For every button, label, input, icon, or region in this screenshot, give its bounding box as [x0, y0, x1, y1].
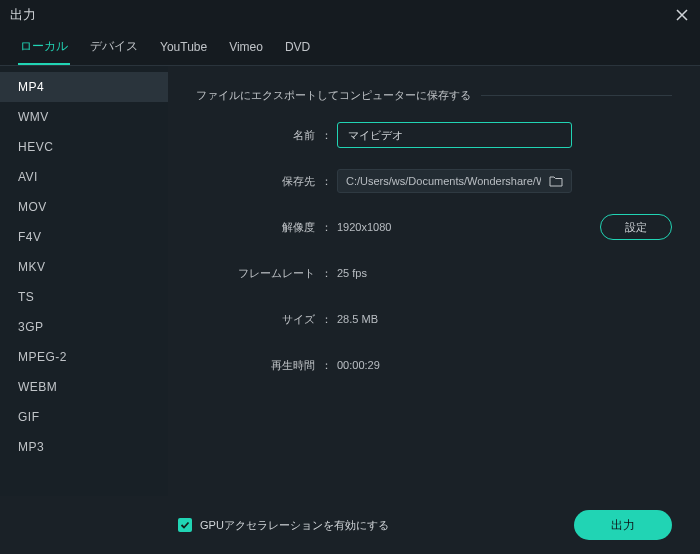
saveto-field[interactable]: C:/Users/ws/Documents/Wondershare/Wo: [337, 169, 572, 193]
tab-vimeo[interactable]: Vimeo: [227, 32, 265, 64]
window-title: 出力: [10, 6, 674, 24]
tab-dvd[interactable]: DVD: [283, 32, 312, 64]
resolution-value: 1920x1080: [337, 221, 391, 233]
name-input[interactable]: [337, 122, 572, 148]
format-mp3[interactable]: MP3: [0, 432, 168, 462]
format-ts[interactable]: TS: [0, 282, 168, 312]
close-icon[interactable]: [674, 7, 690, 23]
saveto-path: C:/Users/ws/Documents/Wondershare/Wo: [346, 175, 541, 187]
bottom-bar: GPUアクセラレーションを有効にする 出力: [0, 496, 700, 554]
settings-button[interactable]: 設定: [600, 214, 672, 240]
tabs: ローカル デバイス YouTube Vimeo DVD: [0, 30, 700, 66]
section-heading-row: ファイルにエクスポートしてコンピューターに保存する: [196, 88, 672, 103]
checkbox-icon: [178, 518, 192, 532]
resolution-label: 解像度: [196, 220, 321, 235]
titlebar: 出力: [0, 0, 700, 30]
tab-local[interactable]: ローカル: [18, 30, 70, 65]
main-panel: ファイルにエクスポートしてコンピューターに保存する 名前 ： 保存先 ： C:/…: [168, 66, 700, 496]
name-label: 名前: [196, 128, 321, 143]
format-mov[interactable]: MOV: [0, 192, 168, 222]
format-gif[interactable]: GIF: [0, 402, 168, 432]
framerate-label: フレームレート: [196, 266, 321, 281]
format-avi[interactable]: AVI: [0, 162, 168, 192]
duration-value: 00:00:29: [337, 359, 380, 371]
format-wmv[interactable]: WMV: [0, 102, 168, 132]
tab-youtube[interactable]: YouTube: [158, 32, 209, 64]
format-mp4[interactable]: MP4: [0, 72, 168, 102]
duration-label: 再生時間: [196, 358, 321, 373]
gpu-accel-checkbox[interactable]: GPUアクセラレーションを有効にする: [178, 518, 389, 533]
export-dialog: 出力 ローカル デバイス YouTube Vimeo DVD MP4 WMV H…: [0, 0, 700, 554]
export-button[interactable]: 出力: [574, 510, 672, 540]
format-f4v[interactable]: F4V: [0, 222, 168, 252]
format-mpeg2[interactable]: MPEG-2: [0, 342, 168, 372]
divider: [481, 95, 672, 96]
section-heading: ファイルにエクスポートしてコンピューターに保存する: [196, 88, 471, 103]
saveto-label: 保存先: [196, 174, 321, 189]
format-mkv[interactable]: MKV: [0, 252, 168, 282]
format-sidebar: MP4 WMV HEVC AVI MOV F4V MKV TS 3GP MPEG…: [0, 66, 168, 496]
gpu-accel-label: GPUアクセラレーションを有効にする: [200, 518, 389, 533]
size-value: 28.5 MB: [337, 313, 378, 325]
folder-icon[interactable]: [549, 175, 563, 187]
size-label: サイズ: [196, 312, 321, 327]
format-hevc[interactable]: HEVC: [0, 132, 168, 162]
tab-device[interactable]: デバイス: [88, 30, 140, 65]
format-webm[interactable]: WEBM: [0, 372, 168, 402]
format-3gp[interactable]: 3GP: [0, 312, 168, 342]
framerate-value: 25 fps: [337, 267, 367, 279]
